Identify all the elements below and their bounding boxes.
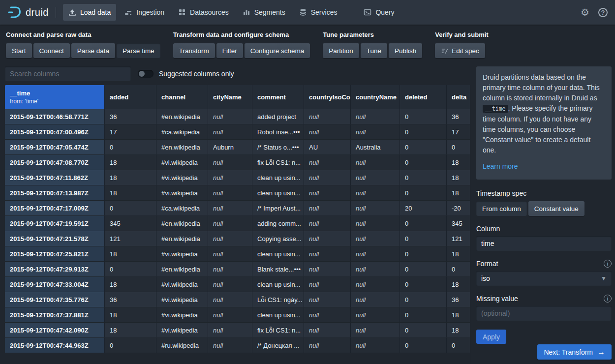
column-header-countryisocode[interactable]: countryIsoCode [304,85,351,109]
nav-item-load-data[interactable]: Load data [63,4,116,21]
cell: null [351,277,400,292]
column-header-cityname[interactable]: cityName [208,85,252,109]
step-start-button[interactable]: Start [6,43,32,58]
nav-item-datasources[interactable]: Datasources [173,4,234,21]
nav-item-ingestion[interactable]: Ingestion [119,4,170,21]
step-connect-button[interactable]: Connect [33,43,70,58]
nav-item-query[interactable]: Query [358,4,400,21]
step-partition-button[interactable]: Partition [323,43,359,58]
column-header-delta[interactable]: delta [447,85,470,109]
nav-item-segments[interactable]: Segments [237,4,291,21]
cell: null [208,109,252,124]
cell: added project [252,109,304,124]
next-transform-button[interactable]: Next: Transform → [537,344,612,360]
column-input[interactable] [476,236,612,251]
cell: null [304,109,351,124]
cell: Australia [351,140,400,154]
step-edit-spec-button[interactable]: Edit spec [435,43,485,58]
table-row: 2015-09-12T00:47:33.004Z18#vi.wikipedian… [5,277,470,292]
cell: null [351,216,400,231]
missing-value-info-icon[interactable]: i [604,295,612,303]
cell-time: 2015-09-12T00:46:58.771Z [5,109,105,124]
step-publish-button[interactable]: Publish [389,43,422,58]
time-column-name: __time [10,90,30,97]
column-header-time[interactable]: __time from: 'time' [5,85,105,109]
step-group-label: Connect and parse raw data [6,31,160,38]
column-header-channel[interactable]: channel [156,85,208,109]
toggle-switch[interactable] [138,70,154,78]
format-select[interactable]: iso ▼ [476,271,612,286]
table-row: 2015-09-12T00:47:29.913Z0#en.wikipedianu… [5,262,470,277]
cell: 0 [447,338,470,353]
cell-time: 2015-09-12T00:47:11.862Z [5,170,105,185]
time-column-source: from: 'time' [10,98,38,105]
step-filter-button[interactable]: Filter [216,43,243,58]
brand[interactable]: druid [7,5,49,19]
step-parse-data-button[interactable]: Parse data [71,43,115,58]
cell: 0 [400,155,447,170]
cell: 0 [400,185,447,200]
step-nav: Connect and parse raw data Start Connect… [0,25,615,58]
step-parse-time-button[interactable]: Parse time [117,43,160,58]
step-configure-schema-button[interactable]: Configure schema [245,43,310,58]
timestamp-spec-segmented: From column Constant value [476,201,612,216]
cell: 18 [105,185,156,200]
step-group-label: Transform data and configure schema [173,31,310,38]
help-icon[interactable]: ? [598,8,608,17]
arrow-right-icon: → [597,348,605,357]
column-header-comment[interactable]: comment [252,85,304,109]
step-tune-button[interactable]: Tune [361,43,387,58]
suggested-columns-toggle[interactable]: Suggested columns only [138,70,234,78]
cell: 345 [105,216,156,231]
gear-icon[interactable]: ⚙ [581,7,589,17]
from-column-button[interactable]: From column [476,201,527,216]
cell: #ru.wikipedia [156,338,208,353]
cell: -20 [447,201,470,215]
column-header-added[interactable]: added [105,85,156,109]
cell: 0 [400,140,447,154]
cell-time: 2015-09-12T00:47:19.591Z [5,216,105,231]
apply-button[interactable]: Apply [476,330,506,344]
cell: null [351,307,400,322]
cell: 0 [400,262,447,276]
cell: 18 [447,323,470,337]
learn-more-link[interactable]: Learn more [483,161,518,172]
step-group-label: Tune parameters [323,31,422,38]
cell: Lỗi CS1: ngày... [252,292,304,307]
step-group-label: Verify and submit [435,31,488,38]
cell: null [208,307,252,322]
column-header-countryname[interactable]: countryName [351,85,400,109]
cell: null [351,109,400,124]
cell: null [304,216,351,231]
cell: null [208,277,252,292]
cell: #vi.wikipedia [156,292,208,307]
cell: #en.wikipedia [156,231,208,246]
cell: null [304,170,351,185]
search-input[interactable] [5,66,131,81]
cell: null [304,124,351,139]
nav-item-services[interactable]: Services [294,4,343,21]
cell: null [351,292,400,307]
cell-time: 2015-09-12T00:47:25.821Z [5,246,105,261]
cell: 0 [400,307,447,322]
timestamp-info-callout: Druid partitions data based on the prima… [476,66,612,180]
segments-icon [243,8,250,16]
missing-value-input[interactable] [476,306,612,321]
cell: null [304,323,351,337]
cell: 121 [105,231,156,246]
ingestion-icon [124,8,132,16]
cell: /* Imperi Aust... [252,201,304,215]
cell-time: 2015-09-12T00:47:42.090Z [5,323,105,337]
cell: 18 [447,277,470,292]
cell: 0 [400,216,447,231]
cell: /* Донецкая ... [252,338,304,353]
constant-value-button[interactable]: Constant value [528,201,584,216]
step-transform-button[interactable]: Transform [173,43,215,58]
cell-time: 2015-09-12T00:47:33.004Z [5,277,105,292]
cell: 18 [447,185,470,200]
format-info-icon[interactable]: i [604,260,612,268]
cell: 0 [447,262,470,276]
cell: 0 [400,124,447,139]
cell: null [351,124,400,139]
column-header-deleted[interactable]: deleted [400,85,447,109]
